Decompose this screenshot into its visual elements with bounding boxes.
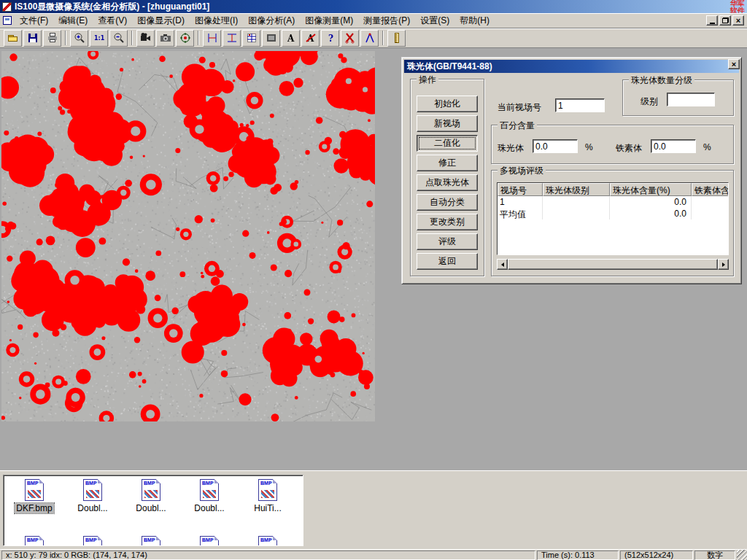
text-annotate-button[interactable]: [282, 30, 300, 47]
app-icon: [2, 2, 12, 12]
mode-status: 数字: [694, 551, 735, 560]
zoom-in-button[interactable]: [70, 30, 88, 47]
file-thumbnail-art: [28, 490, 41, 498]
dialog-close-button[interactable]: ×: [728, 59, 740, 69]
angle-measure-icon: [364, 32, 376, 44]
table-row[interactable]: 10.0: [498, 196, 728, 208]
op-button-change-class[interactable]: 更改类别: [417, 214, 478, 230]
print-button[interactable]: [43, 30, 61, 47]
file-item[interactable]: BMPDoubl...: [63, 477, 122, 513]
table-cell: [692, 208, 728, 219]
file-item-partial[interactable]: BMP: [122, 534, 180, 546]
help-button[interactable]: [321, 30, 339, 47]
menu-edit[interactable]: 编辑(E): [53, 12, 93, 29]
measure-height-button[interactable]: [222, 30, 241, 47]
close-button[interactable]: ×: [732, 15, 744, 26]
op-button-new-field[interactable]: 新视场: [417, 115, 478, 132]
menu-image-process[interactable]: 图像处理(I): [190, 12, 243, 29]
scroll-right-button[interactable]: [718, 259, 729, 270]
video-capture-button[interactable]: [136, 30, 155, 47]
table-row[interactable]: 平均值0.0: [498, 208, 728, 219]
pearlite-label: 珠光体: [498, 142, 524, 155]
multi-field-group-label: 多视场评级: [498, 165, 546, 177]
file-item-partial[interactable]: BMP: [239, 534, 297, 546]
minimize-button[interactable]: [706, 15, 718, 26]
file-item[interactable]: BMPDoubl...: [122, 477, 180, 513]
scroll-thumb[interactable]: [508, 259, 718, 270]
toolbar-separator: [131, 31, 133, 45]
camera-capture-button[interactable]: [156, 30, 174, 47]
angle-measure-button[interactable]: [360, 30, 379, 47]
grading-table[interactable]: 视场号珠光体级别珠光体含量(%)铁素体含量(%) 10.0平均值0.0: [497, 182, 729, 255]
menu-help[interactable]: 帮助(H): [454, 12, 495, 29]
op-button-auto-classify[interactable]: 自动分类: [417, 194, 478, 211]
menu-image-analysis[interactable]: 图像分析(A): [243, 12, 300, 29]
minimize-icon: [710, 23, 715, 24]
menu-settings[interactable]: 设置(S): [415, 12, 454, 29]
grade-label: 级别: [640, 96, 658, 108]
menu-image-measure[interactable]: 图像测量(M): [300, 12, 358, 29]
file-name: Doubl...: [134, 503, 167, 513]
file-name: HuiTi...: [252, 503, 283, 513]
text-style-button[interactable]: [301, 30, 320, 47]
op-button-binarize[interactable]: 二值化: [417, 135, 478, 152]
bmp-file-icon: BMP: [83, 479, 102, 501]
file-item-partial[interactable]: BMP: [180, 534, 239, 546]
file-item[interactable]: BMPHuiTi...: [239, 477, 297, 513]
restore-button[interactable]: [719, 15, 731, 26]
op-button-grade[interactable]: 评级: [417, 233, 478, 250]
ferrite-label: 铁素体: [616, 142, 642, 155]
resize-grip[interactable]: [737, 550, 747, 560]
data-table-button[interactable]: [242, 30, 260, 47]
zoom-out-button[interactable]: [109, 30, 128, 47]
table-cell: 平均值: [498, 208, 543, 219]
grade-input[interactable]: [667, 93, 715, 106]
scroll-left-button[interactable]: [497, 259, 508, 270]
title-bar[interactable]: IS100显微摄像系统(金相分析版) - [zhuguangti01] 华军 软…: [0, 0, 747, 13]
file-item-partial[interactable]: BMP: [5, 534, 63, 546]
file-type-label: BMP: [85, 537, 97, 543]
ruler-button[interactable]: [387, 30, 406, 47]
table-cell: 1: [498, 196, 543, 208]
file-list[interactable]: BMPDKF.bmpBMPDoubl...BMPDoubl...BMPDoubl…: [3, 475, 303, 546]
file-item[interactable]: BMPDoubl...: [180, 477, 239, 513]
zoom-in-icon: [74, 32, 85, 44]
op-button-back[interactable]: 返回: [417, 253, 478, 270]
toolbar-separator: [382, 31, 384, 45]
op-buttons: 初始化新视场二值化修正点取珠光体自动分类更改类别评级返回: [417, 96, 478, 270]
pearlite-input[interactable]: [533, 139, 578, 153]
open-icon: [7, 32, 19, 44]
file-row-1: BMPDKF.bmpBMPDoubl...BMPDoubl...BMPDoubl…: [5, 477, 297, 513]
measure-width-button[interactable]: [203, 30, 221, 47]
save-button[interactable]: [23, 30, 42, 47]
bmp-file-icon: BMP: [200, 536, 219, 546]
roi-block-button[interactable]: [262, 30, 280, 47]
open-button[interactable]: [4, 30, 22, 47]
menu-measure-report[interactable]: 测量报告(P): [358, 12, 415, 29]
ferrite-input[interactable]: [651, 139, 696, 153]
op-button-modify[interactable]: 修正: [417, 155, 478, 171]
delete-measure-button[interactable]: [341, 30, 359, 47]
column-header: 视场号: [498, 183, 543, 196]
file-type-label: BMP: [202, 537, 214, 543]
file-item-partial[interactable]: BMP: [63, 534, 122, 546]
menu-image-display[interactable]: 图像显示(D): [132, 12, 190, 29]
data-table-icon: [246, 32, 258, 44]
current-field-input[interactable]: [555, 98, 605, 112]
dialog-body: 操作 初始化新视场二值化修正点取珠光体自动分类更改类别评级返回 当前视场号 珠光…: [404, 74, 739, 281]
dialog-title-bar[interactable]: 珠光体(GB/T9441-88): [404, 60, 739, 73]
text-style-icon: [305, 32, 317, 44]
table-hscrollbar[interactable]: [497, 259, 729, 270]
ferrite-unit: %: [703, 142, 711, 152]
micrograph-image[interactable]: [1, 51, 375, 421]
op-button-initialize[interactable]: 初始化: [417, 96, 478, 112]
menu-view[interactable]: 查看(V): [93, 12, 132, 29]
menu-file[interactable]: 文件(F): [15, 12, 53, 29]
file-item[interactable]: BMPDKF.bmp: [5, 477, 63, 513]
actual-size-button[interactable]: [90, 30, 108, 47]
target-capture-button[interactable]: [176, 30, 194, 47]
file-type-label: BMP: [202, 481, 214, 486]
toolbar-separator: [198, 31, 199, 45]
file-type-label: BMP: [27, 481, 39, 486]
op-button-pick-pearlite[interactable]: 点取珠光体: [417, 174, 478, 191]
